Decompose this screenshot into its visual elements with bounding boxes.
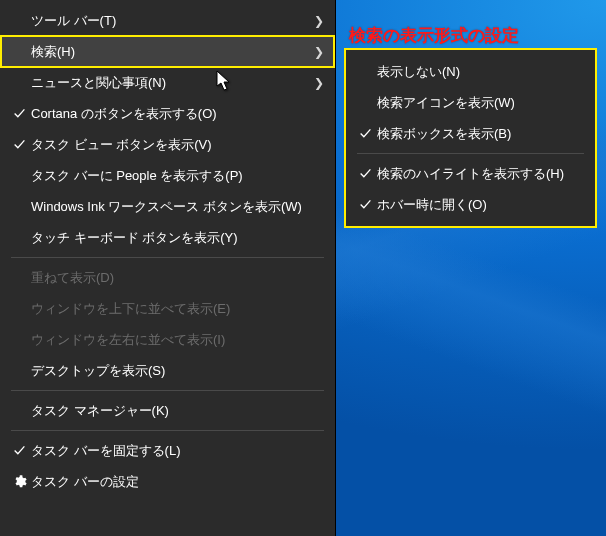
- menu-item-cortana-のボタンを表示する[interactable]: Cortana のボタンを表示する(O): [1, 98, 334, 129]
- menu-item-label: Windows Ink ワークスペース ボタンを表示(W): [31, 198, 324, 216]
- menu-item-label: ニュースと関心事項(N): [31, 74, 306, 92]
- menu-item-重ねて表示: 重ねて表示(D): [1, 262, 334, 293]
- menu-item-label: 検索アイコンを表示(W): [377, 94, 584, 112]
- menu-separator: [11, 257, 324, 258]
- check-icon: [353, 198, 377, 211]
- menu-item-検索[interactable]: 検索(H)❯: [1, 36, 334, 67]
- menu-item-ウィンドウを上下に並べて表示: ウィンドウを上下に並べて表示(E): [1, 293, 334, 324]
- menu-item-label: タスク マネージャー(K): [31, 402, 324, 420]
- gear-icon: [7, 474, 31, 489]
- menu-item-label: ウィンドウを上下に並べて表示(E): [31, 300, 324, 318]
- menu-item-タスク-マネージャー[interactable]: タスク マネージャー(K): [1, 395, 334, 426]
- menu-separator: [11, 390, 324, 391]
- menu-item-label: ウィンドウを左右に並べて表示(I): [31, 331, 324, 349]
- menu-item-label: ホバー時に開く(O): [377, 196, 584, 214]
- menu-item-タッチ-キーボード-ボタンを表示[interactable]: タッチ キーボード ボタンを表示(Y): [1, 222, 334, 253]
- chevron-right-icon: ❯: [314, 14, 324, 28]
- menu-item-label: タスク バーを固定する(L): [31, 442, 324, 460]
- check-icon: [7, 138, 31, 151]
- menu-separator: [11, 430, 324, 431]
- search-submenu: 表示しない(N)検索アイコンを表示(W)検索ボックスを表示(B)検索のハイライト…: [344, 48, 597, 228]
- menu-item-ウィンドウを左右に並べて表示: ウィンドウを左右に並べて表示(I): [1, 324, 334, 355]
- menu-item-label: タスク ビュー ボタンを表示(V): [31, 136, 324, 154]
- menu-item-label: タスク バーの設定: [31, 473, 324, 491]
- menu-item-label: タスク バーに People を表示する(P): [31, 167, 324, 185]
- menu-item-label: 重ねて表示(D): [31, 269, 324, 287]
- chevron-right-icon: ❯: [314, 45, 324, 59]
- menu-item-タスク-バーを固定する[interactable]: タスク バーを固定する(L): [1, 435, 334, 466]
- menu-item-タスク-バーの設定[interactable]: タスク バーの設定: [1, 466, 334, 497]
- menu-item-windows-ink-ワークスペース-ボタンを表示[interactable]: Windows Ink ワークスペース ボタンを表示(W): [1, 191, 334, 222]
- menu-item-検索ボックスを表示[interactable]: 検索ボックスを表示(B): [347, 118, 594, 149]
- menu-item-デスクトップを表示[interactable]: デスクトップを表示(S): [1, 355, 334, 386]
- menu-item-label: 検索(H): [31, 43, 306, 61]
- check-icon: [353, 127, 377, 140]
- menu-separator: [357, 153, 584, 154]
- menu-item-label: ツール バー(T): [31, 12, 306, 30]
- menu-item-label: 検索ボックスを表示(B): [377, 125, 584, 143]
- menu-item-ツール-バー[interactable]: ツール バー(T)❯: [1, 5, 334, 36]
- chevron-right-icon: ❯: [314, 76, 324, 90]
- check-icon: [353, 167, 377, 180]
- menu-item-ニュースと関心事項[interactable]: ニュースと関心事項(N)❯: [1, 67, 334, 98]
- menu-item-label: Cortana のボタンを表示する(O): [31, 105, 324, 123]
- menu-item-タスク-バーに-people-を表示する[interactable]: タスク バーに People を表示する(P): [1, 160, 334, 191]
- menu-item-表示しない[interactable]: 表示しない(N): [347, 56, 594, 87]
- menu-item-検索アイコンを表示[interactable]: 検索アイコンを表示(W): [347, 87, 594, 118]
- menu-item-label: 検索のハイライトを表示する(H): [377, 165, 584, 183]
- menu-item-検索のハイライトを表示する[interactable]: 検索のハイライトを表示する(H): [347, 158, 594, 189]
- menu-item-label: デスクトップを表示(S): [31, 362, 324, 380]
- menu-item-label: タッチ キーボード ボタンを表示(Y): [31, 229, 324, 247]
- menu-item-ホバー時に開く[interactable]: ホバー時に開く(O): [347, 189, 594, 220]
- menu-item-label: 表示しない(N): [377, 63, 584, 81]
- check-icon: [7, 107, 31, 120]
- check-icon: [7, 444, 31, 457]
- annotation-label: 検索の表示形式の設定: [349, 24, 519, 47]
- taskbar-context-menu: ツール バー(T)❯検索(H)❯ニュースと関心事項(N)❯Cortana のボタ…: [0, 0, 336, 536]
- menu-item-タスク-ビュー-ボタンを表示[interactable]: タスク ビュー ボタンを表示(V): [1, 129, 334, 160]
